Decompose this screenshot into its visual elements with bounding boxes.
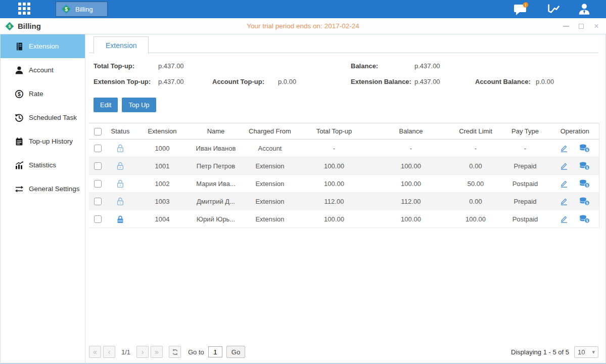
chevron-down-icon: ▾: [592, 349, 595, 355]
status-unlocked-icon[interactable]: [116, 162, 124, 170]
table-row[interactable]: 1001 Петр Петров Extension 100.00 100.00…: [89, 157, 599, 175]
topup-row-icon[interactable]: $: [579, 179, 590, 188]
desktop-topbar: $ Billing !: [0, 0, 606, 18]
edit-button[interactable]: Edit: [94, 98, 118, 112]
prev-page-button[interactable]: ‹: [103, 346, 115, 358]
taskbar-billing-tab[interactable]: $ Billing: [56, 2, 108, 17]
first-page-button[interactable]: «: [89, 346, 101, 358]
select-all-checkbox[interactable]: [94, 128, 102, 135]
user-account-icon[interactable]: [578, 3, 591, 15]
app-launcher-icon[interactable]: [18, 3, 31, 16]
table-row[interactable]: 1002 Мария Ива... Extension 100.00 100.0…: [89, 175, 599, 193]
cell-balance: -: [370, 140, 452, 157]
cell-extension: 1004: [134, 210, 190, 228]
table-row[interactable]: 1004 Юрий Юрь... Extension 100.00 100.00…: [89, 210, 599, 228]
account-balance-value: p.0.00: [536, 78, 554, 85]
cell-pay-type: Prepaid: [499, 157, 551, 175]
col-charged-from: Charged From: [242, 123, 298, 140]
svg-text:$: $: [18, 90, 21, 97]
sidebar-item-label: Account: [29, 66, 54, 74]
transfer-arrows-icon: [15, 185, 24, 194]
svg-text:$: $: [65, 7, 68, 12]
go-button[interactable]: Go: [226, 346, 245, 358]
tab-extension[interactable]: Extension: [94, 36, 149, 54]
extensions-table: Status Extension Name Charged From Total…: [89, 123, 599, 228]
sidebar-item-rate[interactable]: $ Rate: [1, 82, 85, 106]
row-checkbox[interactable]: [94, 162, 102, 170]
close-button[interactable]: ×: [593, 23, 600, 30]
sidebar-item-general-settings[interactable]: General Settings: [1, 177, 85, 201]
table-row[interactable]: 1000 Иван Иванов Account - - - - $: [89, 140, 599, 157]
last-page-button[interactable]: »: [151, 346, 163, 358]
billing-summary: Total Top-up: p.437.00 Balance: p.437.00…: [89, 60, 598, 92]
sidebar-item-label: Scheduled Task: [29, 114, 77, 121]
svg-text:$: $: [586, 166, 588, 170]
resource-monitor-icon[interactable]: [546, 3, 561, 15]
sidebar-item-extension[interactable]: Extension: [1, 34, 85, 58]
edit-row-icon[interactable]: [560, 179, 569, 188]
balance-value: p.437.00: [414, 62, 440, 70]
total-topup-label: Total Top-up:: [94, 62, 134, 70]
cell-credit-limit: -: [452, 140, 499, 157]
page-size-value: 10: [578, 348, 585, 356]
page-size-select[interactable]: 10 ▾: [574, 346, 598, 358]
main-content: Extension Total Top-up: p.437.00 Balance…: [85, 34, 605, 363]
cell-balance: 100.00: [370, 157, 452, 175]
sidebar-item-account[interactable]: Account: [1, 58, 85, 82]
topup-row-icon[interactable]: $: [579, 197, 590, 206]
col-total-topup: Total Top-up: [298, 123, 370, 140]
status-locked-icon[interactable]: [116, 215, 124, 223]
cell-pay-type: Prepaid: [499, 193, 551, 210]
billing-window-icon: $: [5, 22, 14, 31]
svg-text:$: $: [586, 184, 588, 188]
sidebar-item-label: Top-up History: [29, 138, 73, 145]
cell-charged-from: Account: [242, 140, 298, 157]
sidebar-item-label: General Settings: [29, 185, 80, 193]
ledger-icon: [15, 42, 24, 51]
edit-row-icon[interactable]: [560, 197, 569, 206]
row-checkbox[interactable]: [94, 145, 102, 152]
window-title: Billing: [18, 22, 41, 30]
notifications-icon[interactable]: !: [513, 2, 529, 16]
row-checkbox[interactable]: [94, 180, 102, 188]
cell-total-topup: 100.00: [298, 157, 370, 175]
minimize-button[interactable]: [563, 23, 570, 30]
sidebar-item-scheduled-task[interactable]: Scheduled Task: [1, 106, 85, 129]
topup-row-icon[interactable]: $: [579, 144, 590, 153]
edit-row-icon[interactable]: [560, 161, 569, 170]
cell-total-topup: 112.00: [298, 193, 370, 210]
status-unlocked-icon[interactable]: [116, 197, 124, 206]
status-unlocked-icon[interactable]: [116, 144, 124, 153]
status-unlocked-icon[interactable]: [116, 179, 124, 188]
cell-balance: 100.00: [370, 175, 452, 193]
topup-button[interactable]: Top Up: [122, 98, 156, 112]
col-credit-limit: Credit Limit: [452, 123, 499, 140]
cell-charged-from: Extension: [242, 193, 298, 210]
displaying-count: Displaying 1 - 5 of 5: [511, 348, 569, 356]
maximize-button[interactable]: [578, 23, 585, 30]
table-row[interactable]: 1003 Дмитрий Д... Extension 112.00 112.0…: [89, 193, 599, 210]
next-page-button[interactable]: ›: [136, 346, 149, 358]
history-clock-icon: [15, 113, 24, 122]
sidebar: Extension Account $ Rate Scheduled Task …: [1, 34, 85, 363]
edit-row-icon[interactable]: [560, 144, 569, 153]
cell-total-topup: 100.00: [298, 210, 370, 228]
row-checkbox[interactable]: [94, 215, 102, 223]
cell-credit-limit: 50.00: [452, 175, 499, 193]
edit-row-icon[interactable]: [560, 214, 569, 223]
sidebar-item-topup-history[interactable]: Top-up History: [1, 129, 85, 153]
cell-name: Петр Петров: [190, 157, 242, 175]
svg-text:$: $: [586, 219, 588, 223]
goto-page-input[interactable]: [208, 346, 222, 357]
topup-row-icon[interactable]: $: [579, 214, 590, 223]
refresh-button[interactable]: [169, 346, 181, 358]
cell-extension: 1000: [134, 140, 190, 157]
sidebar-item-statistics[interactable]: Statistics: [1, 153, 85, 177]
tab-strip: Extension: [89, 35, 598, 53]
table-header-row: Status Extension Name Charged From Total…: [89, 123, 599, 140]
topup-row-icon[interactable]: $: [579, 161, 590, 170]
col-name: Name: [190, 123, 242, 140]
cell-total-topup: -: [298, 140, 370, 157]
row-checkbox[interactable]: [94, 198, 102, 205]
cell-balance: 112.00: [370, 193, 452, 210]
